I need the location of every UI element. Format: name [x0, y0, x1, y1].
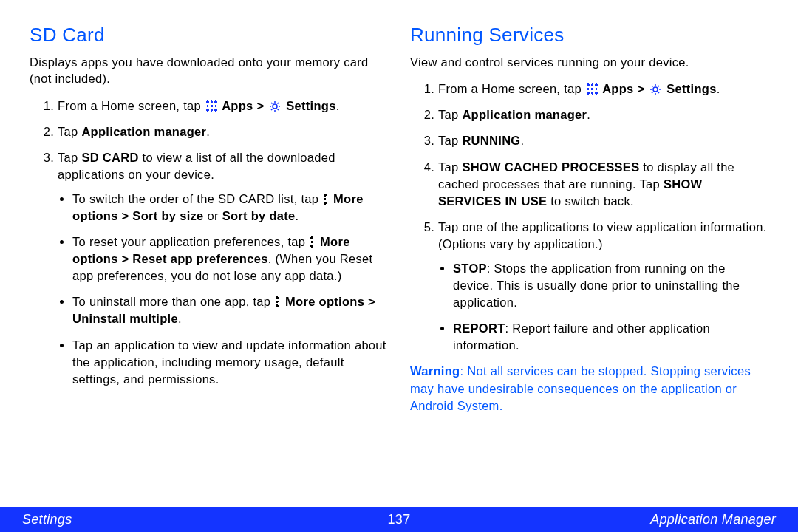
text: .: [336, 99, 340, 112]
settings-gear-icon: [269, 100, 281, 112]
footer-left: Settings: [22, 512, 72, 528]
text: .: [206, 125, 210, 138]
apps-grid-icon: [206, 100, 217, 112]
step-1: From a Home screen, tap Apps > Settings.: [438, 81, 768, 98]
warning-label: Warning: [410, 364, 460, 378]
step-2: Tap Application manager.: [58, 123, 388, 140]
text: .: [296, 209, 299, 222]
app-manager-label: Application manager: [81, 125, 206, 138]
text: Tap: [438, 134, 462, 147]
step-3: Tap SD CARD to view a list of all the do…: [58, 149, 388, 388]
bullet-tap-app: Tap an application to view and update in…: [72, 337, 388, 388]
apps-label: Apps >: [219, 99, 267, 112]
sd-card-steps: From a Home screen, tap Apps > Settings.…: [30, 98, 388, 388]
sd-card-heading: SD Card: [30, 24, 388, 47]
text: .: [521, 134, 525, 147]
bullet-report: REPORT: Report failure and other applica…: [453, 320, 768, 354]
bullet-uninstall: To uninstall more than one app, tap More…: [72, 293, 388, 327]
svg-point-0: [273, 104, 277, 109]
stop-label: STOP: [453, 262, 487, 275]
text: From a Home screen, tap: [58, 99, 205, 112]
right-column: Running Services View and control servic…: [410, 24, 768, 488]
running-services-heading: Running Services: [410, 24, 768, 47]
text: .: [717, 82, 720, 95]
left-column: SD Card Displays apps you have downloade…: [30, 24, 388, 488]
page-footer: Settings 137 Application Manager: [0, 507, 798, 532]
step-5: Tap one of the applications to view appl…: [438, 219, 768, 355]
sd-card-sublist: To switch the order of the SD CARD list,…: [58, 191, 388, 388]
text: Tap: [438, 160, 462, 174]
text: or: [204, 209, 222, 222]
bullet-stop: STOP: Stops the application from running…: [453, 260, 768, 311]
text: Tap one of the applications to view appl…: [438, 220, 767, 250]
more-options-icon: [274, 296, 280, 307]
apps-grid-icon: [587, 83, 598, 95]
warning-text: Warning: Not all services can be stopped…: [410, 363, 768, 414]
text: To reset your application preferences, t…: [72, 235, 309, 248]
show-cached-label: SHOW CACHED PROCESSES: [462, 160, 639, 174]
text: : Stops the application from running on …: [453, 262, 740, 309]
text: Tap: [58, 151, 81, 164]
text: Tap: [438, 108, 462, 121]
more-options-icon: [309, 236, 315, 248]
sort-date-label: Sort by date: [222, 209, 296, 222]
app-manager-label: Application manager: [462, 108, 587, 121]
bullet-reset: To reset your application preferences, t…: [72, 233, 388, 284]
svg-point-1: [653, 87, 658, 92]
running-services-steps: From a Home screen, tap Apps > Settings.…: [410, 81, 768, 354]
step-1: From a Home screen, tap Apps > Settings.: [58, 98, 388, 115]
settings-gear-icon: [649, 83, 661, 95]
step-4: Tap SHOW CACHED PROCESSES to display all…: [438, 159, 768, 210]
settings-label: Settings: [282, 99, 335, 112]
text: To uninstall more than one app, tap: [72, 295, 274, 308]
text: to switch back.: [547, 194, 634, 208]
step-2: Tap Application manager.: [438, 106, 768, 123]
report-label: REPORT: [453, 321, 505, 335]
text: To switch the order of the SD CARD list,…: [72, 192, 322, 205]
sd-card-intro: Displays apps you have downloaded onto y…: [30, 54, 388, 87]
page-content: SD Card Displays apps you have downloade…: [0, 0, 798, 488]
text: .: [587, 108, 590, 121]
more-options-icon: [322, 194, 328, 205]
bullet-sort: To switch the order of the SD CARD list,…: [72, 191, 388, 225]
step-3: Tap RUNNING.: [438, 132, 768, 149]
running-sublist: STOP: Stops the application from running…: [438, 260, 768, 354]
footer-right: Application Manager: [650, 512, 776, 528]
text: .: [178, 312, 182, 325]
sd-card-label: SD CARD: [81, 151, 138, 164]
running-label: RUNNING: [462, 134, 520, 147]
page-number: 137: [388, 512, 411, 528]
text: : Not all services can be stopped. Stopp…: [410, 364, 751, 412]
apps-label: Apps >: [599, 82, 648, 95]
running-services-intro: View and control services running on you…: [410, 54, 768, 70]
settings-label: Settings: [663, 82, 716, 95]
text: Tap: [58, 125, 81, 138]
text: From a Home screen, tap: [438, 82, 585, 95]
